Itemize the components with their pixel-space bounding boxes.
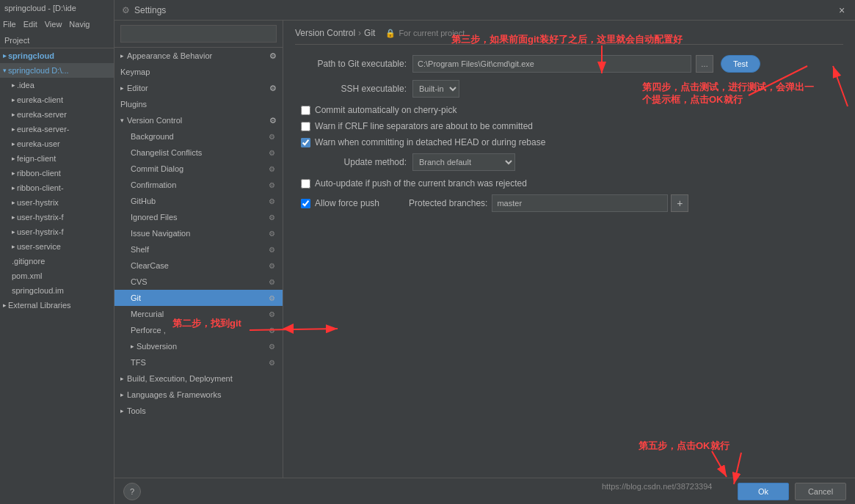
- nav-item-icon: ⚙: [266, 228, 277, 238]
- nav-item-label: Mercurial: [131, 310, 266, 318]
- tree-item-user-service[interactable]: ▸ user-service: [0, 239, 114, 254]
- nav-group-label: Build, Execution, Deployment: [127, 374, 233, 383]
- tree-label: eureka-server: [17, 110, 67, 119]
- help-button[interactable]: ?: [123, 483, 141, 500]
- nav-item-label: Shelf: [131, 245, 266, 254]
- nav-group-label: Version Control: [127, 116, 182, 125]
- tree-item-gitignore[interactable]: .gitignore: [0, 254, 114, 269]
- tree-item-hystrix[interactable]: ▸ user-hystrix: [0, 195, 114, 210]
- tree-item-pom[interactable]: pom.xml: [0, 269, 114, 283]
- add-protected-button[interactable]: +: [671, 194, 688, 212]
- nav-group-tools[interactable]: ▸ Tools: [114, 403, 283, 419]
- ide-title-text: springcloud - [D:\ide: [4, 4, 76, 12]
- nav-item-perforce[interactable]: Perforce , ⚙: [114, 322, 283, 338]
- tree-item-eureka-user[interactable]: ▸ eureka-user: [0, 136, 114, 151]
- nav-item-commit-dialog[interactable]: Commit Dialog ⚙: [114, 161, 283, 177]
- tree-arrow: ▸: [12, 96, 15, 103]
- menu-file[interactable]: File: [3, 20, 16, 29]
- nav-item-changelist[interactable]: Changelist Conflicts ⚙: [114, 145, 283, 161]
- tree-arrow: ▸: [12, 125, 15, 133]
- nav-item-icon: ⚙: [266, 131, 277, 142]
- git-path-browse-button[interactable]: …: [696, 55, 713, 73]
- tree-arrow: ▸: [12, 228, 15, 235]
- tree-item-ribbon2[interactable]: ▸ ribbon-client-: [0, 180, 114, 195]
- tree-label: eureka-server-: [17, 125, 70, 134]
- dialog-footer: ? Ok Cancel: [114, 478, 855, 504]
- menu-view[interactable]: View: [45, 20, 62, 29]
- nav-item-cvs[interactable]: CVS ⚙: [114, 274, 283, 290]
- tree-label: External Libraries: [8, 301, 71, 310]
- nav-arrow: ▸: [120, 391, 124, 398]
- nav-item-icon: ⚙: [266, 341, 277, 351]
- tree-item-ribbon[interactable]: ▸ ribbon-client: [0, 166, 114, 180]
- nav-item-clearcase[interactable]: ClearCase ⚙: [114, 258, 283, 274]
- cancel-button[interactable]: Cancel: [795, 483, 846, 500]
- force-push-label: Allow force push: [315, 198, 379, 208]
- auto-update-checkbox[interactable]: [301, 179, 310, 189]
- nav-group-build[interactable]: ▸ Build, Execution, Deployment: [114, 370, 283, 387]
- nav-item-label: Perforce ,: [131, 326, 266, 335]
- nav-item-label: Ignored Files: [131, 213, 266, 222]
- tree-label: ribbon-client-: [17, 183, 64, 192]
- tree-arrow: ▸: [12, 140, 15, 147]
- git-test-button[interactable]: Test: [721, 55, 760, 73]
- menu-navigate[interactable]: Navig: [69, 20, 90, 29]
- cherry-pick-checkbox[interactable]: [301, 106, 310, 115]
- protected-branches-input[interactable]: [492, 194, 668, 212]
- nav-item-icon: ⚙: [266, 180, 277, 190]
- nav-item-background[interactable]: Background ⚙: [114, 128, 283, 145]
- crlf-checkbox[interactable]: [301, 122, 310, 131]
- update-method-select[interactable]: Branch default Merge Rebase: [412, 153, 515, 171]
- nav-group-languages[interactable]: ▸ Languages & Frameworks: [114, 387, 283, 403]
- nav-item-issue-nav[interactable]: Issue Navigation ⚙: [114, 225, 283, 241]
- tree-item-eureka-server[interactable]: ▸ eureka-server: [0, 107, 114, 122]
- ssh-select[interactable]: Built-in Native: [412, 80, 459, 98]
- tree-item-idea[interactable]: ▸ .idea: [0, 78, 114, 92]
- nav-settings-icon: ⚙: [269, 116, 277, 125]
- checkbox-detached: Warn when committing in detached HEAD or…: [295, 137, 843, 147]
- nav-item-ignored[interactable]: Ignored Files ⚙: [114, 209, 283, 225]
- tree-label: ribbon-client: [17, 169, 61, 178]
- close-button[interactable]: ×: [836, 4, 848, 16]
- nav-item-git[interactable]: Git ⚙: [114, 290, 283, 306]
- git-path-input[interactable]: [412, 55, 691, 73]
- nav-group-appearance[interactable]: ▸ Appearance & Behavior ⚙: [114, 48, 283, 64]
- dialog-titlebar: ⚙ Settings ×: [114, 0, 855, 21]
- nav-item-tfs[interactable]: TFS ⚙: [114, 354, 283, 370]
- tree-item-hystrix-f[interactable]: ▸ user-hystrix-f: [0, 210, 114, 224]
- nav-item-keymap[interactable]: Keymap: [114, 64, 283, 80]
- tree-item-springcloud-root[interactable]: ▸ springcloud: [0, 48, 114, 63]
- nav-item-subversion[interactable]: ▸ Subversion ⚙: [114, 338, 283, 354]
- force-push-checkbox[interactable]: [301, 199, 310, 208]
- nav-item-confirmation[interactable]: Confirmation ⚙: [114, 177, 283, 193]
- force-push-row: Allow force push Protected branches: +: [295, 194, 843, 212]
- nav-item-icon: ⚙: [266, 147, 277, 158]
- update-method-label: Update method:: [295, 157, 412, 167]
- nav-item-mercurial[interactable]: Mercurial ⚙: [114, 306, 283, 322]
- tree-item-eureka-client[interactable]: ▸ eureka-client: [0, 92, 114, 107]
- nav-item-shelf[interactable]: Shelf ⚙: [114, 241, 283, 258]
- detached-checkbox[interactable]: [301, 138, 310, 147]
- ok-button[interactable]: Ok: [738, 483, 789, 500]
- nav-item-plugins[interactable]: Plugins: [114, 96, 283, 112]
- tree-item-external[interactable]: ▸ External Libraries: [0, 298, 114, 313]
- ide-background: springcloud - [D:\ide File Edit View Nav…: [0, 0, 114, 504]
- tree-label: .idea: [17, 81, 34, 90]
- tree-item-springcloud[interactable]: ▾ springcloud D:\...: [0, 63, 114, 78]
- nav-item-github[interactable]: GitHub ⚙: [114, 193, 283, 209]
- tree-item-springcloud-im[interactable]: springcloud.im: [0, 283, 114, 298]
- dialog-title-text: Settings: [134, 5, 166, 15]
- nav-item-icon: ⚙: [266, 260, 277, 271]
- nav-label: Plugins: [120, 100, 147, 109]
- tree-item-feign[interactable]: ▸ feign-client: [0, 151, 114, 166]
- tree-item-hystrix-f2[interactable]: ▸ user-hystrix-f: [0, 224, 114, 239]
- for-current-label: For current project: [399, 29, 465, 37]
- tree-label: .gitignore: [12, 257, 45, 266]
- nav-group-editor[interactable]: ▸ Editor ⚙: [114, 80, 283, 96]
- tree-label: eureka-client: [17, 95, 63, 104]
- tree-item-eureka-server2[interactable]: ▸ eureka-server-: [0, 122, 114, 136]
- search-input[interactable]: [120, 25, 277, 43]
- nav-item-icon: ⚙: [266, 244, 277, 255]
- menu-edit[interactable]: Edit: [23, 20, 37, 29]
- nav-group-vcs[interactable]: ▾ Version Control ⚙: [114, 112, 283, 128]
